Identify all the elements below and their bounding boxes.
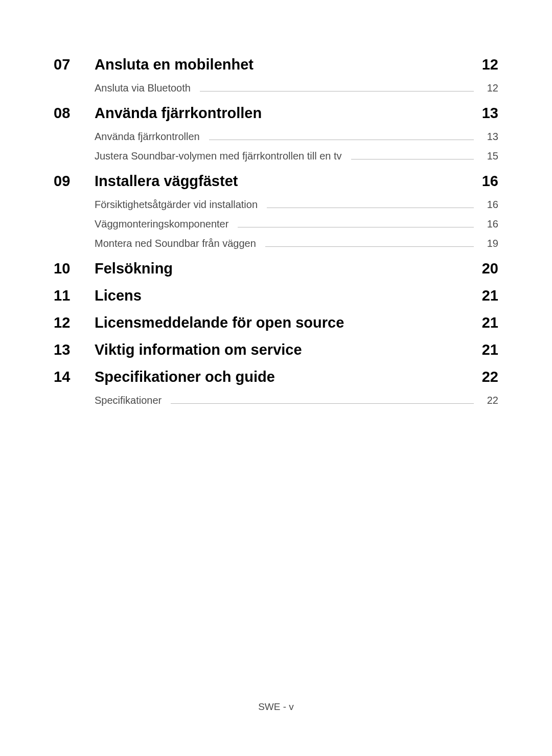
toc-section-row[interactable]: 13Viktig information om service21 xyxy=(54,341,498,358)
toc-block: 08Använda fjärrkontrollen13Använda fjärr… xyxy=(54,105,498,163)
leader-line xyxy=(209,140,474,140)
section-number: 10 xyxy=(54,260,95,277)
subitem-page: 15 xyxy=(478,150,498,162)
section-page: 22 xyxy=(468,369,498,385)
toc-block: 07Ansluta en mobilenhet12Ansluta via Blu… xyxy=(54,56,498,95)
toc-block: 14Specifikationer och guide22Specifikati… xyxy=(54,369,498,407)
page-footer: SWE - v xyxy=(0,701,552,713)
toc-block: 13Viktig information om service21 xyxy=(54,341,498,358)
section-number: 09 xyxy=(54,173,95,190)
leader-line xyxy=(200,91,474,91)
section-page: 21 xyxy=(468,341,498,358)
leader-line xyxy=(265,246,474,247)
toc-section-row[interactable]: 12Licensmeddelande för open source21 xyxy=(54,314,498,331)
toc-subitem-row[interactable]: Ansluta via Bluetooth12 xyxy=(95,82,498,95)
toc-section-row[interactable]: 09Installera väggfästet16 xyxy=(54,173,498,190)
section-number: 13 xyxy=(54,341,95,358)
section-number: 14 xyxy=(54,369,95,385)
toc-block: 10Felsökning20 xyxy=(54,260,498,277)
section-title: Viktig information om service xyxy=(95,341,468,358)
toc-section-row[interactable]: 14Specifikationer och guide22 xyxy=(54,369,498,385)
subitem-page: 16 xyxy=(478,199,498,211)
toc-section-row[interactable]: 08Använda fjärrkontrollen13 xyxy=(54,105,498,122)
subitem-title: Specifikationer xyxy=(95,395,167,406)
toc-subitem-row[interactable]: Försiktighetsåtgärder vid installation16 xyxy=(95,199,498,211)
toc-block: 09Installera väggfästet16Försiktighetsåt… xyxy=(54,173,498,250)
section-number: 11 xyxy=(54,287,95,304)
section-title: Specifikationer och guide xyxy=(95,369,468,385)
subitem-title: Försiktighetsåtgärder vid installation xyxy=(95,199,263,211)
leader-line xyxy=(351,159,474,159)
toc-section-row[interactable]: 10Felsökning20 xyxy=(54,260,498,277)
toc-block: 12Licensmeddelande för open source21 xyxy=(54,314,498,331)
subitem-page: 16 xyxy=(478,218,498,230)
subitem-title: Montera ned Soundbar från väggen xyxy=(95,238,261,249)
toc-subitem-row[interactable]: Specifikationer22 xyxy=(95,395,498,407)
section-page: 12 xyxy=(468,56,498,73)
toc-subitem-row[interactable]: Justera Soundbar-volymen med fjärrkontro… xyxy=(95,150,498,163)
section-page: 16 xyxy=(468,173,498,190)
section-number: 08 xyxy=(54,105,95,122)
page-content: 07Ansluta en mobilenhet12Ansluta via Blu… xyxy=(0,0,552,407)
subitem-page: 12 xyxy=(478,82,498,94)
section-title: Licens xyxy=(95,287,468,304)
subitem-title: Ansluta via Bluetooth xyxy=(95,82,196,94)
toc-subitem-row[interactable]: Väggmonteringskomponenter16 xyxy=(95,218,498,231)
section-page: 21 xyxy=(468,287,498,304)
section-number: 12 xyxy=(54,314,95,331)
section-title: Installera väggfästet xyxy=(95,173,468,190)
section-title: Licensmeddelande för open source xyxy=(95,314,468,331)
section-page: 20 xyxy=(468,260,498,277)
subitem-page: 22 xyxy=(478,395,498,406)
section-page: 13 xyxy=(468,105,498,122)
subitem-page: 19 xyxy=(478,238,498,249)
leader-line xyxy=(238,227,474,227)
section-title: Ansluta en mobilenhet xyxy=(95,56,468,73)
leader-line xyxy=(267,208,474,208)
subitem-title: Använda fjärrkontrollen xyxy=(95,131,205,143)
toc-subitem-row[interactable]: Använda fjärrkontrollen13 xyxy=(95,131,498,143)
section-number: 07 xyxy=(54,56,95,73)
toc-subitem-row[interactable]: Montera ned Soundbar från väggen19 xyxy=(95,238,498,250)
toc-section-row[interactable]: 11Licens21 xyxy=(54,287,498,304)
subitem-page: 13 xyxy=(478,131,498,143)
leader-line xyxy=(171,403,474,404)
subitem-title: Justera Soundbar-volymen med fjärrkontro… xyxy=(95,150,347,162)
section-title: Felsökning xyxy=(95,260,468,277)
section-title: Använda fjärrkontrollen xyxy=(95,105,468,122)
table-of-contents: 07Ansluta en mobilenhet12Ansluta via Blu… xyxy=(54,56,498,407)
toc-block: 11Licens21 xyxy=(54,287,498,304)
section-page: 21 xyxy=(468,314,498,331)
toc-section-row[interactable]: 07Ansluta en mobilenhet12 xyxy=(54,56,498,73)
subitem-title: Väggmonteringskomponenter xyxy=(95,218,234,230)
